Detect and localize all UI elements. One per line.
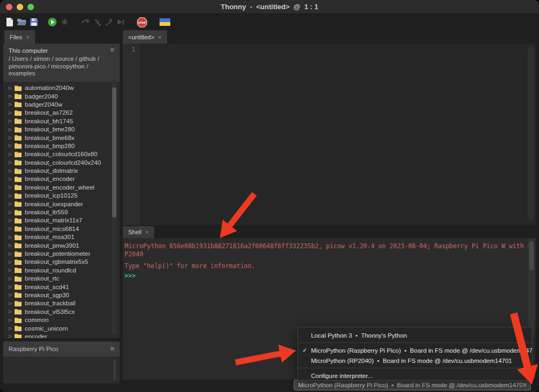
file-tree-item[interactable]: ▷ breakout_colourlcd240x240 bbox=[3, 158, 120, 166]
menu-item-local-python[interactable]: Local Python 3 • Thonny's Python bbox=[298, 330, 532, 340]
tab-shell-close-icon[interactable]: × bbox=[145, 229, 148, 235]
disclosure-triangle-icon[interactable]: ▷ bbox=[9, 326, 15, 331]
disclosure-triangle-icon[interactable]: ▷ bbox=[9, 235, 15, 240]
files-scrollbar-thumb[interactable] bbox=[112, 87, 116, 218]
disclosure-triangle-icon[interactable]: ▷ bbox=[9, 260, 15, 264]
file-tree-item[interactable]: ▷ breakout_rtc bbox=[3, 274, 120, 282]
disclosure-triangle-icon[interactable]: ▷ bbox=[9, 102, 15, 107]
file-tree-item[interactable]: ▷ breakout_sgp30 bbox=[3, 291, 120, 299]
disclosure-triangle-icon[interactable]: ▷ bbox=[9, 86, 15, 90]
file-tree-item[interactable]: ▷ breakout_as7262 bbox=[3, 109, 120, 117]
new-file-icon[interactable] bbox=[5, 16, 14, 29]
code-editor[interactable]: 1 bbox=[123, 44, 536, 225]
menu-item-configure-interpreter[interactable]: Configure interpreter... bbox=[298, 370, 532, 381]
file-tree-item[interactable]: ▷ breakout_matrix11x7 bbox=[3, 216, 120, 225]
disclosure-triangle-icon[interactable]: ▷ bbox=[9, 160, 15, 165]
step-out-icon bbox=[105, 16, 113, 29]
disclosure-triangle-icon[interactable]: ▷ bbox=[9, 276, 15, 281]
file-tree-item[interactable]: ▷ breakout_rgbmatrix5x5 bbox=[3, 258, 120, 266]
disclosure-triangle-icon[interactable]: ▷ bbox=[9, 152, 15, 157]
file-tree-item[interactable]: ▷ badger2040 bbox=[3, 92, 120, 100]
disclosure-triangle-icon[interactable]: ▷ bbox=[9, 251, 15, 256]
disclosure-triangle-icon[interactable]: ▷ bbox=[9, 135, 15, 140]
line-number: 1 bbox=[132, 46, 135, 53]
tab-files-close-icon[interactable]: × bbox=[26, 34, 29, 40]
disclosure-triangle-icon[interactable]: ▷ bbox=[9, 268, 15, 272]
file-tree-item[interactable]: ▷ breakout_bme68x bbox=[3, 134, 120, 142]
run-script-icon[interactable] bbox=[47, 16, 57, 29]
shell-scrollbar-thumb[interactable] bbox=[529, 241, 534, 270]
editor-scrollbar-track[interactable] bbox=[528, 46, 534, 221]
file-tree-item[interactable]: ▷ breakout_scd41 bbox=[3, 283, 120, 291]
disclosure-triangle-icon[interactable]: ▷ bbox=[9, 169, 15, 173]
file-tree-item[interactable]: ▷ breakout_mics6814 bbox=[3, 225, 120, 233]
disclosure-triangle-icon[interactable]: ▷ bbox=[9, 284, 15, 289]
file-tree-item[interactable]: ▷ breakout_msa301 bbox=[3, 233, 120, 241]
disclosure-triangle-icon[interactable]: ▷ bbox=[9, 143, 15, 148]
disclosure-triangle-icon[interactable]: ▷ bbox=[9, 110, 15, 115]
file-tree-item[interactable]: ▷ automation2040w bbox=[3, 84, 120, 92]
disclosure-triangle-icon[interactable]: ▷ bbox=[9, 301, 15, 306]
ukraine-flag-icon[interactable] bbox=[160, 16, 170, 29]
file-tree-item[interactable]: ▷ breakout_bh1745 bbox=[3, 117, 120, 125]
files-panel-menu-icon[interactable]: ≡ bbox=[110, 47, 114, 53]
pico-panel-menu-icon[interactable]: ≡ bbox=[110, 346, 114, 352]
tab-editor-untitled[interactable]: <untitled> × bbox=[123, 30, 167, 44]
file-tree-item[interactable]: ▷ breakout_colourlcd160x80 bbox=[3, 150, 120, 158]
file-tree-item[interactable]: ▷ breakout_bme280 bbox=[3, 125, 120, 133]
save-file-icon[interactable] bbox=[30, 16, 38, 29]
file-tree-item[interactable]: ▷ breakout_roundlcd bbox=[3, 266, 120, 274]
file-tree-item[interactable]: ▷ breakout_bmp280 bbox=[3, 142, 120, 150]
file-tree-item[interactable]: ▷ breakout_encoder bbox=[3, 175, 120, 183]
file-tree-item[interactable]: ▷ breakout_dotmatrix bbox=[3, 166, 120, 174]
file-tree-item[interactable]: ▷ common bbox=[3, 316, 120, 324]
disclosure-triangle-icon[interactable]: ▷ bbox=[9, 127, 15, 132]
disclosure-triangle-icon[interactable]: ▷ bbox=[9, 292, 15, 297]
open-file-icon[interactable] bbox=[17, 16, 27, 29]
folder-name: breakout_ioexpander bbox=[25, 201, 83, 207]
disclosure-triangle-icon[interactable]: ▷ bbox=[9, 334, 15, 338]
menu-item-micropython-pico[interactable]: ✓ MicroPython (Raspberry Pi Pico) • Boar… bbox=[298, 345, 532, 355]
files-panel: This computer ≡ / Users / simon / source… bbox=[3, 44, 120, 338]
disclosure-triangle-icon[interactable]: ▷ bbox=[9, 177, 15, 181]
disclosure-triangle-icon[interactable]: ▷ bbox=[9, 226, 15, 231]
folder-icon bbox=[15, 201, 22, 207]
disclosure-triangle-icon[interactable]: ▷ bbox=[9, 210, 15, 215]
folder-icon bbox=[15, 151, 22, 157]
folder-name: breakout_pmw3901 bbox=[25, 242, 79, 249]
file-tree-item[interactable]: ▷ breakout_potentiometer bbox=[3, 249, 120, 257]
file-tree-item[interactable]: ▷ breakout_vl53l5cx bbox=[3, 307, 120, 316]
disclosure-triangle-icon[interactable]: ▷ bbox=[9, 185, 15, 190]
files-root-row[interactable]: This computer ≡ / Users / simon / source… bbox=[3, 44, 120, 82]
file-tree-item[interactable]: ▷ cosmic_unicorn bbox=[3, 324, 120, 332]
folder-icon bbox=[15, 259, 22, 265]
disclosure-triangle-icon[interactable]: ▷ bbox=[9, 94, 15, 99]
file-tree-item[interactable]: ▷ breakout_pmw3901 bbox=[3, 241, 120, 249]
disclosure-triangle-icon[interactable]: ▷ bbox=[9, 243, 15, 248]
disclosure-triangle-icon[interactable]: ▷ bbox=[9, 193, 15, 198]
interpreter-status-selector[interactable]: MicroPython (Raspberry Pi Pico) • Board … bbox=[294, 380, 531, 390]
disclosure-triangle-icon[interactable]: ▷ bbox=[9, 218, 15, 223]
file-tree-item[interactable]: ▷ breakout_trackball bbox=[3, 299, 120, 307]
folder-name: breakout_icp10125 bbox=[25, 192, 78, 199]
file-tree-item[interactable]: ▷ encoder bbox=[3, 332, 120, 338]
tab-files[interactable]: Files × bbox=[4, 30, 35, 44]
tab-shell[interactable]: Shell × bbox=[123, 226, 154, 238]
file-tree-item[interactable]: ▷ breakout_ioexpander bbox=[3, 200, 120, 208]
pico-scrollbar-thumb[interactable] bbox=[113, 359, 116, 381]
folder-icon bbox=[15, 143, 22, 149]
tab-editor-close-icon[interactable]: × bbox=[158, 34, 161, 40]
folder-name: breakout_dotmatrix bbox=[25, 167, 78, 174]
disclosure-triangle-icon[interactable]: ▷ bbox=[9, 118, 15, 123]
file-tree-item[interactable]: ▷ badger2040w bbox=[3, 100, 120, 108]
file-tree-item[interactable]: ▷ breakout_ltr559 bbox=[3, 208, 120, 216]
files-current-path: / Users / simon / source / github / pimo… bbox=[9, 55, 107, 78]
folder-icon bbox=[15, 234, 22, 240]
disclosure-triangle-icon[interactable]: ▷ bbox=[9, 318, 15, 323]
file-tree-item[interactable]: ▷ breakout_encoder_wheel bbox=[3, 183, 120, 191]
disclosure-triangle-icon[interactable]: ▷ bbox=[9, 309, 15, 314]
menu-item-micropython-rp2040[interactable]: MicroPython (RP2040) • Board in FS mode … bbox=[298, 355, 532, 366]
disclosure-triangle-icon[interactable]: ▷ bbox=[9, 201, 15, 206]
file-tree-item[interactable]: ▷ breakout_icp10125 bbox=[3, 192, 120, 200]
stop-restart-icon[interactable]: STOP bbox=[137, 16, 147, 29]
